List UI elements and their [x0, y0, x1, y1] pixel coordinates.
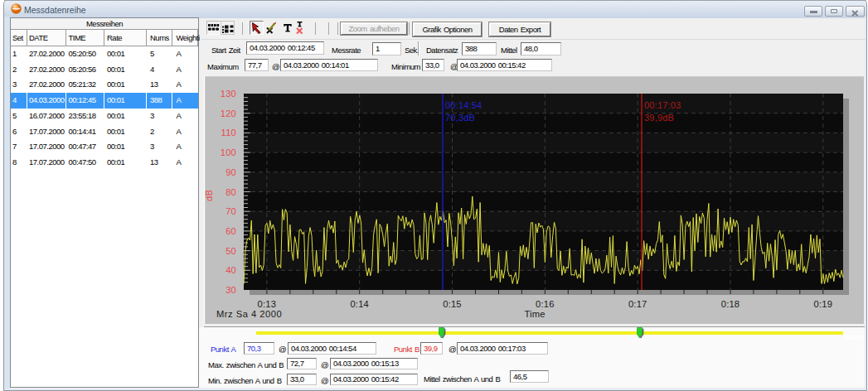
svg-text:30: 30 [225, 285, 236, 295]
svg-text:100: 100 [221, 147, 236, 157]
svg-text:60: 60 [225, 226, 236, 236]
svg-text:110: 110 [221, 128, 236, 138]
svg-text:70,3dB: 70,3dB [445, 113, 475, 123]
svg-text:80: 80 [225, 187, 236, 197]
svg-text:0:19: 0:19 [814, 299, 833, 309]
svg-text:0:17: 0:17 [628, 299, 647, 309]
svg-text:0:14: 0:14 [350, 299, 369, 309]
svg-text:Time: Time [524, 309, 545, 319]
svg-text:70: 70 [225, 206, 236, 216]
svg-text:130: 130 [221, 89, 236, 99]
svg-text:Mrz Sa 4 2000: Mrz Sa 4 2000 [216, 309, 282, 319]
svg-text:0:18: 0:18 [721, 299, 740, 309]
svg-text:0:13: 0:13 [258, 299, 277, 309]
svg-text:40: 40 [225, 265, 236, 275]
svg-text:39,9dB: 39,9dB [644, 113, 674, 123]
svg-text:00:14:54: 00:14:54 [445, 100, 482, 110]
svg-text:0:15: 0:15 [443, 299, 462, 309]
svg-text:90: 90 [225, 167, 236, 177]
svg-text:120: 120 [221, 109, 236, 118]
svg-text:dB: dB [204, 190, 214, 201]
svg-text:0:16: 0:16 [536, 299, 555, 309]
svg-text:00:17:03: 00:17:03 [644, 100, 681, 110]
svg-text:50: 50 [225, 246, 236, 256]
